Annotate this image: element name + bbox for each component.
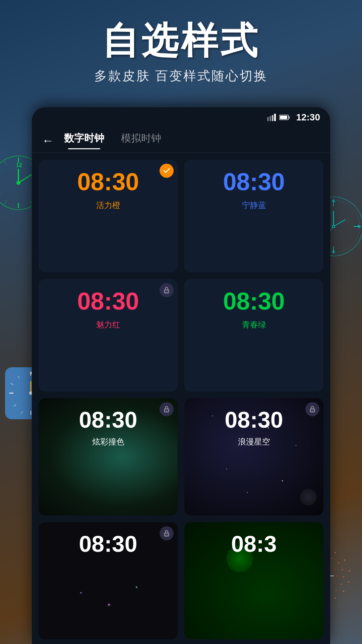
svg-line-10 [0, 195, 1, 197]
selected-badge-orange [160, 164, 174, 178]
clock-card-greenb-inner: 08:3 [184, 522, 323, 572]
svg-point-83 [343, 591, 344, 592]
phone-mockup: 12:30 ← 数字时钟 模拟时钟 08:30 活力橙 08:30 [32, 107, 330, 644]
lock-badge-space [305, 402, 319, 416]
clock-label-orange: 活力橙 [96, 200, 120, 215]
lock-badge-pink [160, 283, 174, 297]
svg-point-52 [338, 562, 339, 564]
clock-card-space[interactable]: 08:30 浪漫星空 [184, 398, 323, 516]
battery-icon [279, 114, 290, 120]
clock-time-space: 08:30 [225, 408, 283, 431]
clock-card-space-inner: 08:30 浪漫星空 [184, 398, 323, 459]
tab-digital[interactable]: 数字时钟 [64, 131, 104, 149]
clock-grid: 08:30 活力橙 08:30 宁静蓝 08:30 魅力红 [32, 153, 330, 644]
clock-card-blue-inner: 08:30 宁静蓝 [184, 160, 323, 222]
svg-point-68 [335, 569, 336, 570]
svg-rect-103 [165, 409, 169, 412]
svg-rect-102 [165, 290, 169, 293]
status-icons: 12:30 [267, 112, 320, 123]
clock-label-green: 青春绿 [242, 319, 266, 335]
clock-label-teal: 炫彩撞色 [92, 436, 124, 452]
nav-tabs: 数字时钟 模拟时钟 [64, 131, 161, 149]
hero-subtitle: 多款皮肤 百变样式随心切换 [0, 67, 362, 85]
svg-point-80 [344, 559, 345, 561]
svg-line-11 [0, 169, 1, 171]
clock-card-pink-inner: 08:30 魅力红 [39, 279, 178, 341]
svg-rect-98 [274, 114, 276, 121]
svg-line-12 [4, 161, 7, 165]
svg-point-84 [335, 597, 336, 599]
clock-card-dark-inner: 08:30 [39, 522, 178, 572]
clock-card-green-bg[interactable]: 08:3 [184, 522, 323, 640]
back-button[interactable]: ← [42, 133, 54, 148]
svg-rect-95 [267, 117, 269, 121]
clock-time-green: 08:30 [223, 289, 285, 313]
clock-card-dark[interactable]: 08:30 [39, 522, 178, 640]
svg-rect-101 [280, 116, 287, 119]
svg-line-9 [4, 201, 7, 205]
signal-icon [267, 114, 277, 121]
svg-line-29 [334, 220, 345, 226]
status-bar: 12:30 [32, 107, 330, 126]
clock-card-teal-inner: 08:30 炫彩撞色 [39, 398, 178, 459]
clock-time-orange: 08:30 [77, 170, 139, 194]
clock-time-green-bg: 08:3 [231, 532, 277, 555]
svg-point-53 [342, 569, 343, 570]
clock-time-blue: 08:30 [223, 170, 285, 194]
svg-text:12: 12 [16, 162, 22, 168]
svg-point-82 [348, 581, 349, 583]
svg-rect-96 [269, 116, 271, 121]
status-time: 12:30 [296, 112, 320, 123]
svg-point-32 [333, 226, 334, 227]
svg-rect-104 [310, 409, 315, 412]
clock-label-blue: 宁静蓝 [242, 200, 266, 215]
clock-label-space: 浪漫星空 [238, 436, 270, 452]
svg-rect-105 [165, 533, 169, 536]
svg-point-51 [331, 558, 333, 559]
svg-point-69 [337, 576, 338, 577]
clock-card-blue[interactable]: 08:30 宁静蓝 [184, 160, 323, 272]
clock-label-pink: 魅力红 [96, 319, 120, 335]
clock-time-pink: 08:30 [77, 289, 139, 313]
hero-section: 自选样式 多款皮肤 百变样式随心切换 [0, 20, 362, 85]
svg-rect-100 [289, 116, 290, 118]
hero-title: 自选样式 [0, 20, 362, 61]
svg-point-56 [336, 590, 337, 591]
svg-point-54 [343, 576, 344, 578]
svg-point-15 [16, 181, 20, 185]
tab-analog[interactable]: 模拟时钟 [121, 131, 161, 149]
clock-card-orange-inner: 08:30 活力橙 [39, 160, 178, 222]
svg-point-55 [341, 584, 342, 585]
svg-point-70 [334, 582, 335, 583]
clock-card-green[interactable]: 08:30 青春绿 [184, 279, 323, 392]
svg-point-79 [335, 552, 336, 553]
clock-time-dark: 08:30 [79, 532, 137, 555]
svg-line-14 [18, 174, 32, 183]
svg-point-81 [349, 570, 350, 572]
clock-card-teal[interactable]: 08:30 炫彩撞色 [39, 398, 178, 516]
clock-card-pink[interactable]: 08:30 魅力红 [39, 279, 178, 392]
clock-card-green-inner: 08:30 青春绿 [184, 279, 323, 341]
svg-rect-97 [272, 115, 274, 121]
clock-time-teal: 08:30 [79, 408, 137, 431]
lock-badge-teal [160, 402, 174, 416]
nav-bar: ← 数字时钟 模拟时钟 [32, 126, 330, 153]
clock-card-orange[interactable]: 08:30 活力橙 [39, 160, 178, 272]
lock-badge-dark [160, 526, 174, 540]
